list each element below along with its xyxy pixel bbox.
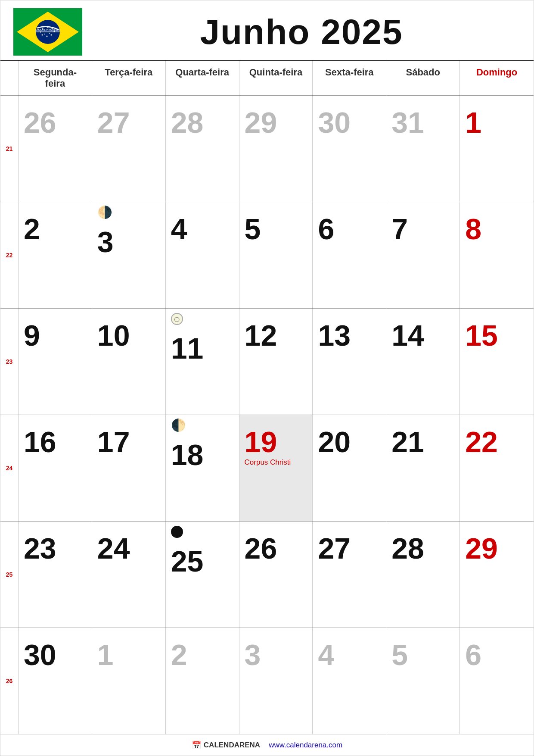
day-cell-jun24: 24 [92,522,166,628]
day-cell-jul3: 3 [239,628,313,734]
day-num: 13 [318,321,351,350]
week-row-21: 21 26 27 28 29 30 31 1 [0,96,534,202]
day-cell-jun30: 30 [19,628,92,734]
day-num: 9 [24,321,40,350]
svg-point-7 [52,28,53,29]
day-cell-may26: 26 [19,96,92,202]
moon-new-moon-icon: ○ [171,313,183,325]
day-cell-jun10: 10 [92,309,166,415]
calendar: ORDEM E PROGRESSO Junho 2025 Se [0,0,534,756]
moon-last-quarter-icon: 🌗 [97,206,112,219]
week-number-25: 25 [0,522,19,628]
day-num-holiday: 19 [245,427,277,456]
svg-point-13 [44,34,45,34]
day-cell-jul2: 2 [166,628,239,734]
day-num: 10 [97,321,130,350]
day-num: 26 [245,534,277,563]
day-cell-may30: 30 [313,96,386,202]
svg-point-8 [54,31,55,32]
day-num: 5 [391,640,408,669]
day-cell-jun2: 2 [19,202,92,308]
day-num: 30 [318,108,351,137]
svg-point-5 [42,28,43,30]
day-cell-jun16: 16 [19,415,92,521]
week-number-22: 22 [0,202,19,308]
day-num: 5 [245,214,261,244]
svg-point-9 [51,34,52,36]
week-row-26: 26 30 1 2 3 4 5 6 [0,628,534,734]
day-cell-may28: 28 [166,96,239,202]
day-cell-jun11: ○ 11 [166,309,239,415]
day-num: 27 [97,108,130,137]
day-cell-jun8: 8 [460,202,534,308]
moon-full-moon-icon [171,526,183,538]
holiday-label-corpus-christi: Corpus Christi [245,458,291,467]
header: ORDEM E PROGRESSO Junho 2025 [0,0,534,61]
svg-text:ORDEM E PROGRESSO: ORDEM E PROGRESSO [36,28,60,31]
day-cell-jun27: 27 [313,522,386,628]
day-cell-jul5: 5 [386,628,460,734]
day-num: 1 [465,108,481,137]
day-num: 28 [171,108,204,137]
day-cell-jun18: 🌓 18 [166,415,239,521]
week-row-23: 23 9 10 ○ 11 12 13 14 15 [0,309,534,415]
day-num: 28 [391,534,424,563]
day-num: 2 [171,640,187,669]
month-year-title: Junho 2025 [82,12,521,52]
day-cell-jun4: 4 [166,202,239,308]
day-num: 26 [24,108,56,137]
day-cell-jun14: 14 [386,309,460,415]
day-cell-may31: 31 [386,96,460,202]
day-num: 3 [97,227,114,256]
day-num: 7 [391,214,408,244]
day-num: 11 [171,334,204,363]
day-num: 29 [465,534,498,563]
svg-point-12 [40,31,41,33]
day-cell-jun6: 6 [313,202,386,308]
day-cell-jul1: 1 [92,628,166,734]
day-num: 6 [318,214,334,244]
weeks-container: 21 26 27 28 29 30 31 1 22 2 🌗 3 4 5 6 [0,96,534,734]
header-tuesday: Terça-feira [92,61,166,95]
day-num: 31 [391,108,424,137]
day-num: 23 [24,534,56,563]
brand-name: CALENDARENA [204,741,260,750]
day-headers-row: Segunda-feira Terça-feira Quarta-feira Q… [0,61,534,96]
day-num: 8 [465,214,481,244]
header-saturday: Sábado [386,61,460,95]
week-row-25: 25 23 24 25 26 27 28 29 [0,522,534,628]
footer-url[interactable]: www.calendarena.com [269,741,342,750]
day-num: 2 [24,214,40,244]
day-num: 18 [171,440,204,469]
week-row-22: 22 2 🌗 3 4 5 6 7 8 [0,202,534,309]
day-cell-jul6: 6 [460,628,534,734]
moon-first-quarter-icon: 🌓 [171,419,186,431]
day-cell-jun25: 25 [166,522,239,628]
day-num: 14 [391,321,424,350]
footer: 📅 CALENDARENA www.calendarena.com [0,734,534,756]
footer-brand: 📅 CALENDARENA [192,740,260,750]
header-thursday: Quinta-feira [239,61,313,95]
day-cell-jun13: 13 [313,309,386,415]
week-row-24: 24 16 17 🌓 18 19 Corpus Christi 20 21 22 [0,415,534,522]
day-num: 30 [24,640,56,669]
day-cell-jun7: 7 [386,202,460,308]
day-cell-jun28: 28 [386,522,460,628]
day-num: 21 [391,427,424,456]
svg-point-10 [47,36,48,37]
day-num: 20 [318,427,351,456]
day-cell-jun9: 9 [19,309,92,415]
day-cell-jun22: 22 [460,415,534,521]
day-num: 15 [465,321,498,350]
week-number-21: 21 [0,96,19,202]
day-num: 12 [245,321,277,350]
day-num: 1 [97,640,114,669]
day-cell-jun17: 17 [92,415,166,521]
day-cell-jun29: 29 [460,522,534,628]
day-cell-jun23: 23 [19,522,92,628]
day-num: 4 [318,640,334,669]
header-sunday: Domingo [460,61,534,95]
svg-point-14 [49,33,50,34]
day-cell-jun5: 5 [239,202,313,308]
day-cell-jun26: 26 [239,522,313,628]
